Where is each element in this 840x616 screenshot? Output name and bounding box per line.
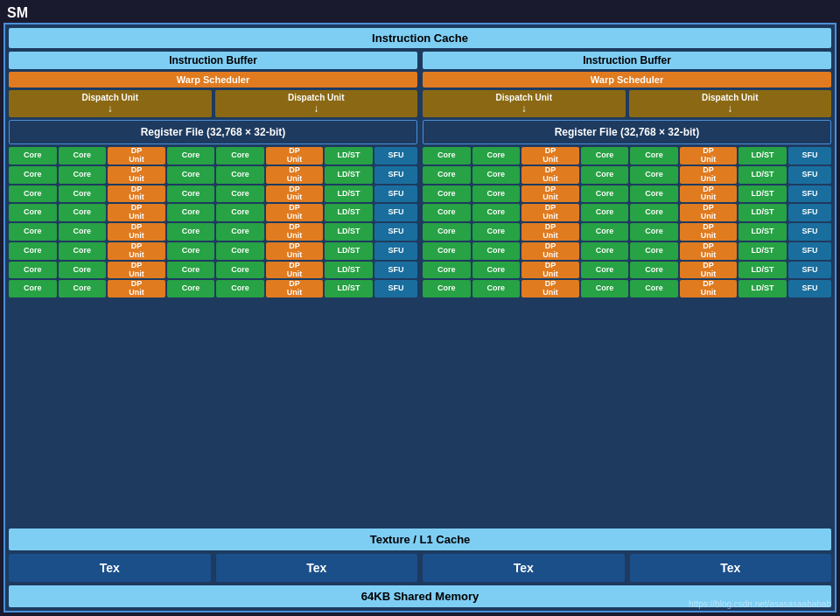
tex-row: Tex Tex Tex Tex: [9, 554, 831, 582]
tex-unit-4: Tex: [630, 554, 832, 582]
core-row: CoreCoreDP UnitCoreCoreDP UnitLD/STSFU: [423, 223, 831, 241]
sfu-cell: SFU: [374, 242, 417, 260]
core-cell: Core: [472, 147, 521, 164]
core-row: CoreCoreDP UnitCoreCoreDP UnitLD/STSFU: [423, 186, 831, 203]
core-row: CoreCoreDP UnitCoreCoreDP UnitLD/STSFU: [9, 204, 417, 221]
core-cell: Core: [9, 166, 57, 184]
sfu-cell: SFU: [788, 262, 831, 279]
core-cell: Core: [630, 223, 678, 241]
dp-cell: DP Unit: [108, 186, 165, 203]
sfu-cell: SFU: [788, 280, 831, 298]
sfu-cell: SFU: [788, 166, 831, 184]
core-cell: Core: [216, 166, 264, 184]
ldst-cell: LD/ST: [325, 242, 373, 260]
dp-cell: DP Unit: [680, 223, 738, 241]
dp-cell: DP Unit: [108, 262, 165, 279]
core-row: CoreCoreDP UnitCoreCoreDP UnitLD/STSFU: [9, 166, 417, 184]
core-row: CoreCoreDP UnitCoreCoreDP UnitLD/STSFU: [9, 147, 417, 164]
core-cell: Core: [59, 223, 107, 241]
dp-cell: DP Unit: [266, 166, 324, 184]
core-cell: Core: [581, 186, 629, 203]
tex-unit-1: Tex: [9, 554, 211, 582]
sfu-cell: SFU: [788, 223, 831, 241]
dp-cell: DP Unit: [266, 242, 324, 260]
sfu-cell: SFU: [788, 186, 831, 203]
dp-cell: DP Unit: [108, 223, 165, 241]
two-halves: Instruction Buffer Warp Scheduler Dispat…: [9, 52, 831, 525]
texture-l1-cache: Texture / L1 Cache: [9, 528, 831, 550]
core-cell: Core: [630, 147, 678, 164]
core-cell: Core: [423, 166, 471, 184]
core-cell: Core: [630, 262, 678, 279]
core-row: CoreCoreDP UnitCoreCoreDP UnitLD/STSFU: [423, 262, 831, 279]
sfu-cell: SFU: [374, 280, 417, 298]
core-cell: Core: [581, 262, 629, 279]
dp-cell: DP Unit: [680, 242, 738, 260]
sm-label: SM: [4, 4, 836, 23]
dp-cell: DP Unit: [680, 147, 738, 164]
core-cell: Core: [630, 204, 678, 221]
dp-cell: DP Unit: [680, 186, 738, 203]
core-cell: Core: [423, 242, 471, 260]
right-register-file: Register File (32,768 × 32-bit): [423, 120, 831, 144]
dp-cell: DP Unit: [522, 262, 579, 279]
right-instruction-buffer: Instruction Buffer: [423, 52, 831, 69]
core-row: CoreCoreDP UnitCoreCoreDP UnitLD/STSFU: [9, 223, 417, 241]
core-cell: Core: [423, 186, 471, 203]
dp-cell: DP Unit: [108, 147, 165, 164]
core-cell: Core: [59, 242, 107, 260]
core-cell: Core: [472, 204, 521, 221]
core-cell: Core: [581, 242, 629, 260]
ldst-cell: LD/ST: [738, 242, 787, 260]
tex-unit-3: Tex: [423, 554, 625, 582]
dp-cell: DP Unit: [266, 223, 324, 241]
dp-cell: DP Unit: [108, 242, 165, 260]
core-cell: Core: [167, 186, 215, 203]
core-cell: Core: [216, 262, 264, 279]
dp-cell: DP Unit: [266, 186, 324, 203]
dp-cell: DP Unit: [522, 186, 579, 203]
ldst-cell: LD/ST: [738, 223, 787, 241]
main-container: SM Instruction Cache Instruction Buffer …: [0, 0, 840, 616]
core-cell: Core: [472, 223, 521, 241]
core-cell: Core: [9, 242, 57, 260]
dp-cell: DP Unit: [680, 166, 738, 184]
core-cell: Core: [630, 280, 678, 298]
sfu-cell: SFU: [374, 147, 417, 164]
core-cell: Core: [59, 280, 107, 298]
core-cell: Core: [472, 186, 521, 203]
core-cell: Core: [423, 147, 471, 164]
instruction-cache: Instruction Cache: [9, 28, 831, 48]
core-cell: Core: [216, 280, 264, 298]
ldst-cell: LD/ST: [325, 262, 373, 279]
core-cell: Core: [9, 186, 57, 203]
right-dispatch-unit-1: Dispatch Unit: [423, 90, 626, 117]
dp-cell: DP Unit: [266, 280, 324, 298]
core-cell: Core: [167, 280, 215, 298]
core-cell: Core: [9, 280, 57, 298]
ldst-cell: LD/ST: [325, 166, 373, 184]
watermark: https://blog.csdn.net/asasasaababab: [689, 599, 831, 609]
dp-cell: DP Unit: [680, 204, 738, 221]
core-cell: Core: [630, 242, 678, 260]
core-row: CoreCoreDP UnitCoreCoreDP UnitLD/STSFU: [9, 242, 417, 260]
core-cell: Core: [216, 223, 264, 241]
core-cell: Core: [423, 262, 471, 279]
sm-box: Instruction Cache Instruction Buffer War…: [4, 23, 836, 612]
core-cell: Core: [216, 186, 264, 203]
core-cell: Core: [59, 204, 107, 221]
core-cell: Core: [59, 166, 107, 184]
core-cell: Core: [9, 223, 57, 241]
dp-cell: DP Unit: [522, 204, 579, 221]
left-warp-scheduler: Warp Scheduler: [9, 72, 417, 88]
core-row: CoreCoreDP UnitCoreCoreDP UnitLD/STSFU: [423, 147, 831, 164]
dp-cell: DP Unit: [522, 166, 579, 184]
core-cell: Core: [9, 262, 57, 279]
core-row: CoreCoreDP UnitCoreCoreDP UnitLD/STSFU: [9, 280, 417, 298]
core-row: CoreCoreDP UnitCoreCoreDP UnitLD/STSFU: [9, 262, 417, 279]
core-cell: Core: [59, 186, 107, 203]
core-cell: Core: [472, 280, 521, 298]
core-cell: Core: [167, 262, 215, 279]
left-register-file: Register File (32,768 × 32-bit): [9, 120, 417, 144]
core-row: CoreCoreDP UnitCoreCoreDP UnitLD/STSFU: [423, 280, 831, 298]
